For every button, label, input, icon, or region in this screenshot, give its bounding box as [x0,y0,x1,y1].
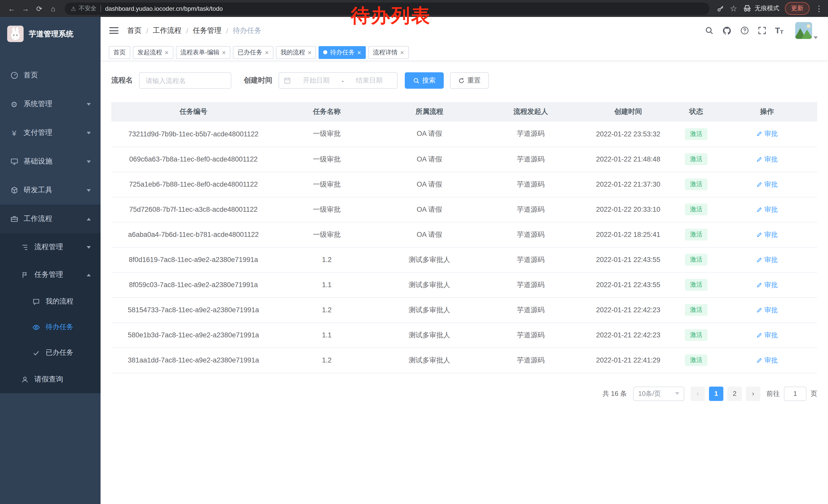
breadcrumb-current: 待办任务 [233,26,261,35]
reset-button[interactable]: 重置 [450,72,489,89]
breadcrumb-task-mgmt[interactable]: 任务管理 [193,26,222,35]
page-size-select[interactable]: 10条/页 [633,386,685,401]
address-divider [100,5,101,12]
browser-home-button[interactable]: ⌂ [47,2,59,15]
sidebar-item-label: 已办任务 [46,348,73,357]
incognito-label: 无痕模式 [755,4,779,13]
pagination: 共 16 条 10条/页 ‹ 1 2 › 前往 页 [111,386,817,401]
security-indicator[interactable]: ⚠ 不安全 [71,5,96,12]
approve-link[interactable]: 审批 [756,205,778,214]
table-row: 8f0d1619-7ac8-11ec-a9e2-a2380e71991a 1.2… [111,247,817,272]
approve-label: 审批 [764,205,778,214]
close-icon[interactable]: × [165,49,169,56]
cell-task-id: 75d72608-7b7f-11ec-a3c8-acde48001122 [111,197,276,222]
tab-process-detail[interactable]: 流程详情 × [368,46,409,59]
breadcrumb-workflow[interactable]: 工作流程 [153,26,181,35]
sidebar-item-system[interactable]: ⚙ 系统管理 [0,90,100,119]
browser-back-button[interactable]: ← [5,2,18,15]
close-icon[interactable]: × [308,49,312,56]
approve-link[interactable]: 审批 [756,230,778,239]
tab-form-edit[interactable]: 流程表单-编辑 × [176,46,230,59]
help-icon[interactable] [740,26,749,35]
close-icon[interactable]: × [265,49,268,56]
sidebar-item-payment[interactable]: ¥ 支付管理 [0,119,100,147]
tab-done-tasks[interactable]: 已办任务 × [233,46,273,59]
check-icon [32,349,41,357]
page-buttons: ‹ 1 2 › [691,386,760,401]
cell-task-name: 1.2 [276,348,378,373]
avatar[interactable] [795,22,812,39]
table-body: 73211d9d-7b9b-11ec-b5b7-acde48001122 一级审… [111,122,817,373]
browser-menu-icon[interactable]: ⋮ [815,4,823,13]
sidebar-item-devtools[interactable]: 研发工具 [0,176,100,204]
chevron-down-icon [87,160,91,163]
sidebar-item-my-process[interactable]: 我的流程 [0,289,100,314]
search-button[interactable]: 搜索 [405,72,444,89]
page-button-1[interactable]: 1 [709,386,723,401]
approve-link[interactable]: 审批 [756,180,778,189]
end-date-placeholder: 结束日期 [346,76,392,85]
bookmark-star-icon[interactable]: ☆ [730,4,737,13]
browser-reload-button[interactable]: ⟳ [33,2,46,15]
breadcrumb-home[interactable]: 首页 [127,26,141,35]
table-row: 381aa1dd-7ac8-11ec-a9e2-a2380e71991a 1.2… [111,348,817,373]
approve-link[interactable]: 审批 [756,305,778,315]
sidebar-item-todo-tasks[interactable]: 待办任务 [0,314,100,340]
sidebar-item-home[interactable]: 首页 [0,61,100,90]
sidebar-toggle-icon[interactable] [109,27,119,34]
next-page-button[interactable]: › [746,386,760,401]
table-row: 069c6a63-7b8a-11ec-8ef0-acde48001122 一级审… [111,147,817,172]
process-name-input[interactable] [139,72,232,89]
page-button-2[interactable]: 2 [728,386,742,401]
browser-update-button[interactable]: 更新 [785,2,810,15]
breadcrumb-separator: / [186,27,188,35]
sidebar-item-infrastructure[interactable]: 基础设施 [0,147,100,176]
status-badge: 激活 [685,354,707,366]
approve-link[interactable]: 审批 [756,330,778,340]
approve-link[interactable]: 审批 [756,280,778,289]
font-size-icon[interactable]: TT [775,27,783,35]
tab-my-process[interactable]: 我的流程 × [276,46,316,59]
cell-actions: 审批 [717,272,817,297]
approve-link[interactable]: 审批 [756,255,778,264]
address-bar[interactable]: ⚠ 不安全 dashboard.yudao.iocoder.cn/bpm/tas… [65,2,709,15]
browser-forward-button[interactable]: → [19,2,32,15]
goto-page-input[interactable] [784,386,806,401]
cell-task-id: 8f059c03-7ac8-11ec-a9e2-a2380e71991a [111,272,276,297]
cell-starter: 芋道源码 [481,272,581,297]
tab-home[interactable]: 首页 [109,46,130,59]
prev-page-button[interactable]: ‹ [691,386,705,401]
key-icon[interactable] [716,5,724,12]
sidebar-item-leave-query[interactable]: 请假查询 [0,366,100,393]
tab-todo-tasks[interactable]: 待办任务 × [319,46,366,59]
status-badge: 激活 [685,329,707,341]
browser-chrome: ← → ⟳ ⌂ ⚠ 不安全 dashboard.yudao.iocoder.cn… [0,0,828,17]
page-unit-label: 页 [811,389,817,398]
close-icon[interactable]: × [222,49,226,56]
search-icon[interactable] [705,26,714,35]
approve-label: 审批 [764,130,778,139]
sidebar-item-process-mgmt[interactable]: 流程管理 [0,233,100,261]
close-icon[interactable]: × [357,49,361,56]
sidebar-item-workflow[interactable]: 工作流程 [0,204,100,233]
avatar-dropdown-icon[interactable] [814,36,818,39]
sidebar-item-done-tasks[interactable]: 已办任务 [0,340,100,366]
date-range-picker[interactable]: 开始日期 - 结束日期 [279,72,398,89]
close-icon[interactable]: × [400,49,404,56]
app-logo[interactable]: 芋道管理系统 [0,17,100,51]
approve-link[interactable]: 审批 [756,356,778,365]
cell-flow: 测试多审批人 [378,297,481,322]
cell-create-time: 2022-01-22 21:48:48 [581,147,676,172]
col-task-id: 任务编号 [111,102,276,122]
cell-task-id: 069c6a63-7b8a-11ec-8ef0-acde48001122 [111,147,276,172]
approve-link[interactable]: 审批 [756,154,778,164]
approve-link[interactable]: 审批 [756,130,778,139]
cell-starter: 芋道源码 [481,297,581,322]
briefcase-icon [10,215,18,223]
goto-label: 前往 [767,389,780,398]
status-badge: 激活 [685,128,707,140]
tab-start-process[interactable]: 发起流程 × [133,46,173,59]
sidebar-item-task-mgmt[interactable]: 任务管理 [0,261,100,289]
fullscreen-icon[interactable] [758,26,767,35]
github-icon[interactable] [722,26,732,35]
